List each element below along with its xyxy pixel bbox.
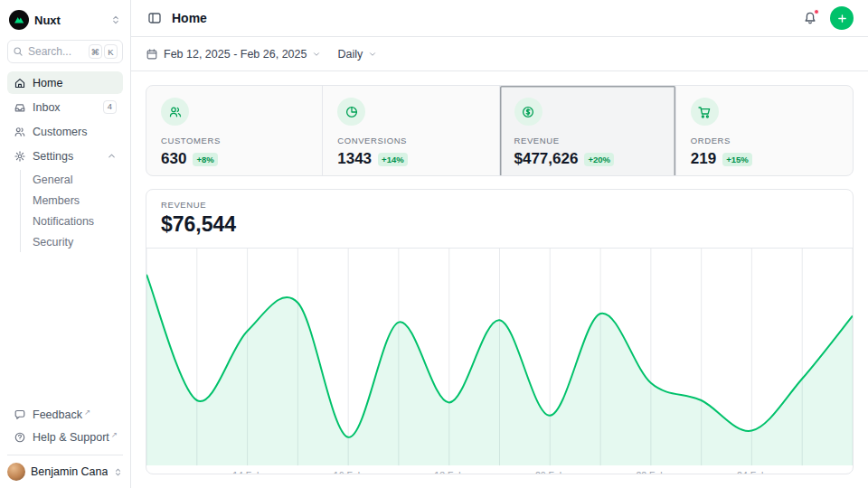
chart-metric-value: $76,544 xyxy=(161,212,838,237)
x-axis-tick-label: 14 Feb xyxy=(232,470,262,474)
search-input[interactable]: Search... ⌘ K xyxy=(7,40,123,63)
date-range-label: Feb 12, 2025 - Feb 26, 2025 xyxy=(164,48,307,61)
external-link-icon: ↗ xyxy=(111,430,118,439)
stat-delta-badge: +14% xyxy=(378,153,408,166)
sidebar-item-label: Notifications xyxy=(33,215,94,228)
dollar-circle-icon xyxy=(514,98,542,126)
sidebar-nav: Home Inbox 4 Customers Settings xyxy=(7,71,123,254)
help-icon xyxy=(14,431,26,444)
stat-card-customers[interactable]: CUSTOMERS 630 +8% xyxy=(146,86,323,176)
stat-value: 1343 xyxy=(337,150,372,168)
chart-metric-label: REVENUE xyxy=(161,200,838,210)
search-placeholder: Search... xyxy=(28,45,84,58)
stat-value: 630 xyxy=(161,150,186,168)
sidebar-item-label: Members xyxy=(33,194,80,207)
users-icon xyxy=(161,98,189,126)
revenue-chart-card: REVENUE $76,544 14 Feb16 Feb18 Feb20 Feb… xyxy=(146,189,854,474)
x-axis-tick-label: 20 Feb xyxy=(535,470,565,474)
sidebar-item-label: General xyxy=(33,174,72,186)
user-menu[interactable]: Benjamin Canac xyxy=(7,455,123,481)
stat-value: $477,626 xyxy=(514,150,579,168)
stat-card-conversions[interactable]: CONVERSIONS 1343 +14% xyxy=(323,86,499,176)
page-title: Home xyxy=(172,11,207,25)
x-axis-tick-label: 24 Feb xyxy=(737,470,767,474)
sidebar-spacer xyxy=(7,254,123,403)
date-range-picker[interactable]: Feb 12, 2025 - Feb 26, 2025 xyxy=(146,48,321,61)
users-icon xyxy=(14,126,26,138)
x-axis-tick-label: 16 Feb xyxy=(334,470,363,474)
add-button[interactable] xyxy=(830,6,854,30)
sidebar-toggle-button[interactable] xyxy=(146,9,164,27)
sidebar-item-label: Settings xyxy=(33,150,100,163)
stat-label: ORDERS xyxy=(691,136,838,145)
sidebar-item-label: Feedback↗ xyxy=(33,408,117,421)
sidebar-item-notifications[interactable]: Notifications xyxy=(29,211,123,231)
cart-icon xyxy=(691,98,719,126)
sidebar-item-home[interactable]: Home xyxy=(7,71,123,94)
main-area: Home Feb 12, 2025 - Feb 26, 2025 xyxy=(131,0,868,488)
calendar-icon xyxy=(146,48,158,61)
search-shortcut: ⌘ K xyxy=(89,44,118,59)
revenue-area-chart xyxy=(146,249,853,465)
stat-delta-badge: +8% xyxy=(193,153,217,166)
stats-row: CUSTOMERS 630 +8% CONVERSIONS 1343 +14% xyxy=(146,85,854,176)
sidebar-item-label: Security xyxy=(33,236,73,249)
interval-select[interactable]: Daily xyxy=(337,48,377,61)
stat-card-revenue[interactable]: REVENUE $477,626 +20% xyxy=(500,86,676,176)
kbd-cmd: ⌘ xyxy=(89,44,103,59)
avatar xyxy=(7,463,25,481)
stat-delta-badge: +15% xyxy=(722,153,752,166)
notification-dot xyxy=(814,9,819,14)
header-actions xyxy=(801,6,854,30)
sidebar-item-feedback[interactable]: Feedback↗ xyxy=(7,403,123,426)
chevron-down-icon xyxy=(368,50,377,59)
page-header: Home xyxy=(131,0,868,37)
x-axis-tick-label: 22 Feb xyxy=(636,470,665,474)
stat-label: CONVERSIONS xyxy=(337,136,484,145)
chevron-down-icon xyxy=(312,50,321,59)
user-name: Benjamin Canac xyxy=(31,465,108,478)
sidebar-item-label: Help & Support↗ xyxy=(33,431,118,444)
home-icon xyxy=(14,77,26,89)
stat-label: CUSTOMERS xyxy=(161,136,307,145)
sidebar: Nuxt Search... ⌘ K Home xyxy=(0,0,131,488)
chart-header: REVENUE $76,544 xyxy=(146,190,853,249)
notifications-button[interactable] xyxy=(801,9,819,27)
dashboard-content: CUSTOMERS 630 +8% CONVERSIONS 1343 +14% xyxy=(131,71,868,488)
feedback-icon xyxy=(14,408,26,421)
interval-label: Daily xyxy=(337,48,363,61)
sidebar-item-label: Home xyxy=(33,77,117,89)
x-axis-tick-label: 18 Feb xyxy=(434,470,464,474)
x-axis-labels: 14 Feb16 Feb18 Feb20 Feb22 Feb24 Feb xyxy=(146,465,853,474)
workspace-name: Nuxt xyxy=(34,14,105,27)
kbd-k: K xyxy=(104,44,118,59)
workspace-switcher[interactable]: Nuxt xyxy=(7,8,123,33)
search-icon xyxy=(13,46,24,57)
filters-toolbar: Feb 12, 2025 - Feb 26, 2025 Daily xyxy=(131,37,868,71)
stat-delta-badge: +20% xyxy=(584,153,614,166)
stat-label: REVENUE xyxy=(514,136,661,145)
pie-chart-icon xyxy=(337,98,365,126)
sidebar-item-label: Customers xyxy=(33,126,117,138)
chevron-up-icon xyxy=(107,151,117,161)
stat-value: 219 xyxy=(691,150,716,168)
sidebar-item-customers[interactable]: Customers xyxy=(7,120,123,143)
sidebar-item-members[interactable]: Members xyxy=(29,191,123,211)
gear-icon xyxy=(14,150,26,163)
sidebar-item-general[interactable]: General xyxy=(29,170,123,190)
chevron-up-down-icon xyxy=(113,467,123,477)
nuxt-logo-icon xyxy=(9,10,29,30)
settings-submenu: General Members Notifications Security xyxy=(20,170,123,252)
sidebar-item-security[interactable]: Security xyxy=(29,232,123,252)
stat-card-orders[interactable]: ORDERS 219 +15% xyxy=(676,86,853,176)
chevron-up-down-icon xyxy=(110,14,121,25)
chart-body: 14 Feb16 Feb18 Feb20 Feb22 Feb24 Feb xyxy=(146,249,853,474)
sidebar-item-inbox[interactable]: Inbox 4 xyxy=(7,96,123,118)
sidebar-item-help-support[interactable]: Help & Support↗ xyxy=(7,426,123,448)
inbox-count-badge: 4 xyxy=(103,100,117,113)
app-root: Nuxt Search... ⌘ K Home xyxy=(0,0,868,488)
sidebar-item-label: Inbox xyxy=(33,101,97,114)
sidebar-item-settings[interactable]: Settings xyxy=(7,145,123,167)
inbox-icon xyxy=(14,101,26,114)
external-link-icon: ↗ xyxy=(84,408,90,417)
